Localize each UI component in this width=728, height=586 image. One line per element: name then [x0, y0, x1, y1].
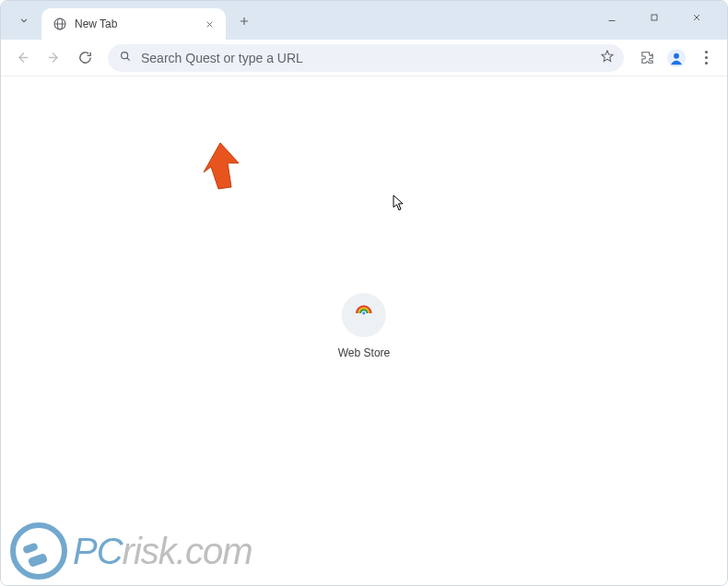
mouse-cursor-icon	[393, 194, 405, 215]
window-close-button[interactable]	[681, 5, 712, 30]
svg-point-5	[674, 53, 679, 58]
browser-tab[interactable]: New Tab	[41, 8, 226, 40]
omnibox[interactable]	[108, 44, 624, 72]
window-maximize-button[interactable]	[639, 5, 670, 30]
minimize-icon	[606, 12, 617, 23]
close-icon	[691, 12, 702, 23]
plus-icon	[238, 15, 251, 28]
bookmark-button[interactable]	[600, 49, 615, 67]
window-minimize-button[interactable]	[596, 5, 628, 30]
watermark-rest: risk.com	[123, 531, 252, 571]
svg-point-6	[363, 312, 366, 315]
shortcut-label: Web Store	[338, 346, 390, 359]
svg-rect-2	[652, 15, 657, 20]
window-controls	[596, 1, 722, 40]
search-tabs-button[interactable]	[10, 6, 38, 34]
dot-icon	[705, 51, 708, 53]
extensions-button[interactable]	[633, 44, 661, 72]
arrow-right-icon	[46, 50, 62, 65]
globe-icon	[53, 17, 67, 31]
watermark-logo-icon	[10, 522, 67, 580]
watermark: PCrisk.com	[10, 522, 252, 580]
titlebar-drag-region[interactable]	[261, 1, 596, 40]
new-tab-page: Web Store PCrisk.com	[1, 76, 727, 585]
dot-icon	[705, 56, 708, 59]
arrow-left-icon	[15, 50, 30, 65]
maximize-icon	[649, 12, 660, 23]
new-tab-button[interactable]	[231, 8, 257, 34]
shortcut-tile	[342, 293, 386, 337]
svg-marker-7	[204, 143, 239, 189]
close-icon	[205, 19, 215, 29]
chevron-down-icon	[18, 14, 30, 27]
browser-toolbar	[1, 40, 727, 76]
profile-icon	[666, 48, 687, 68]
watermark-accent: PC	[73, 531, 123, 571]
shortcut-web-store[interactable]: Web Store	[338, 293, 390, 359]
browser-menu-button[interactable]	[692, 44, 720, 72]
nav-forward-button[interactable]	[40, 44, 67, 72]
reload-icon	[77, 50, 93, 65]
nav-back-button[interactable]	[8, 44, 36, 72]
tab-title: New Tab	[75, 18, 202, 30]
chrome-store-icon	[354, 303, 374, 327]
search-icon	[119, 50, 132, 66]
tab-close-button[interactable]	[202, 17, 217, 31]
profile-button[interactable]	[664, 46, 688, 70]
star-icon	[600, 49, 615, 64]
nav-reload-button[interactable]	[71, 44, 99, 72]
omnibox-input[interactable]	[141, 51, 591, 65]
svg-point-3	[122, 52, 128, 58]
puzzle-icon	[640, 50, 655, 65]
tab-strip: New Tab	[1, 1, 727, 40]
dot-icon	[705, 62, 708, 64]
annotation-arrow-icon	[196, 141, 242, 196]
watermark-text: PCrisk.com	[73, 531, 252, 572]
